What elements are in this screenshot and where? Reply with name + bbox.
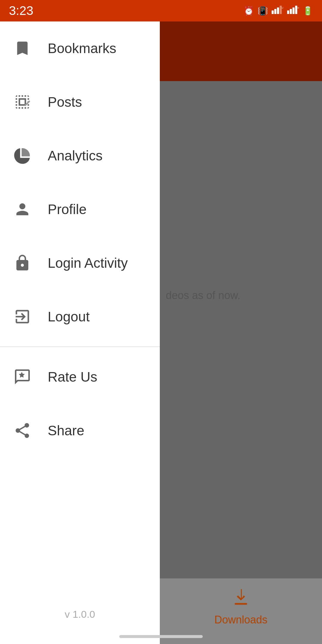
- sidebar-item-logout[interactable]: Logout: [0, 290, 160, 343]
- share-label: Share: [48, 422, 84, 439]
- logout-icon: [12, 306, 33, 327]
- downloads-label: Downloads: [214, 614, 267, 626]
- battery-icon: 🔋: [303, 6, 313, 16]
- rate-us-label: Rate Us: [48, 369, 97, 385]
- sidebar-item-share[interactable]: Share: [0, 404, 160, 457]
- downloads-icon: [230, 587, 251, 611]
- alarm-icon: ⏰: [244, 6, 254, 16]
- svg-rect-0: [272, 10, 274, 14]
- lock-icon: [12, 253, 33, 273]
- version-text: v 1.0.0: [0, 609, 160, 620]
- header-right-background: [160, 21, 322, 81]
- sidebar-item-profile[interactable]: Profile: [0, 182, 160, 236]
- signal-icon-1: LTE: [272, 6, 284, 16]
- svg-rect-6: [290, 9, 292, 14]
- svg-text:4G: 4G: [297, 7, 299, 9]
- posts-icon: [12, 92, 33, 112]
- home-indicator: [119, 635, 203, 638]
- login-activity-label: Login Activity: [48, 255, 128, 271]
- sidebar-item-bookmarks[interactable]: Bookmarks: [0, 21, 160, 75]
- svg-rect-7: [292, 7, 295, 14]
- signal-icon-2: 4G: [287, 6, 299, 16]
- body-text: deos as of now.: [160, 283, 322, 308]
- vibration-icon: 📳: [258, 6, 268, 16]
- analytics-icon: [12, 145, 33, 166]
- svg-rect-2: [277, 7, 279, 14]
- profile-icon: [12, 199, 33, 220]
- status-bar: 3:23 ⏰ 📳 LTE 4G 🔋: [0, 0, 322, 21]
- sidebar-item-login-activity[interactable]: Login Activity: [0, 236, 160, 290]
- sidebar-item-analytics[interactable]: Analytics: [0, 129, 160, 182]
- bookmarks-label: Bookmarks: [48, 40, 116, 56]
- profile-label: Profile: [48, 201, 86, 217]
- posts-label: Posts: [48, 94, 82, 110]
- rate-icon: [12, 366, 33, 387]
- navigation-drawer: Bookmarks Posts Analytics: [0, 21, 160, 644]
- logout-label: Logout: [48, 309, 90, 325]
- svg-rect-8: [295, 6, 297, 14]
- share-icon: [12, 420, 33, 441]
- downloads-bar[interactable]: Downloads: [160, 578, 322, 644]
- svg-text:LTE: LTE: [282, 7, 284, 9]
- svg-rect-1: [274, 9, 276, 14]
- svg-rect-5: [287, 10, 289, 14]
- menu-divider: [0, 346, 160, 347]
- status-icons: ⏰ 📳 LTE 4G 🔋: [244, 6, 313, 16]
- analytics-label: Analytics: [48, 148, 103, 164]
- bookmark-icon: [12, 38, 33, 59]
- status-time: 3:23: [9, 4, 33, 18]
- sidebar-item-posts[interactable]: Posts: [0, 75, 160, 129]
- sidebar-item-rate-us[interactable]: Rate Us: [0, 350, 160, 404]
- svg-rect-3: [280, 6, 282, 14]
